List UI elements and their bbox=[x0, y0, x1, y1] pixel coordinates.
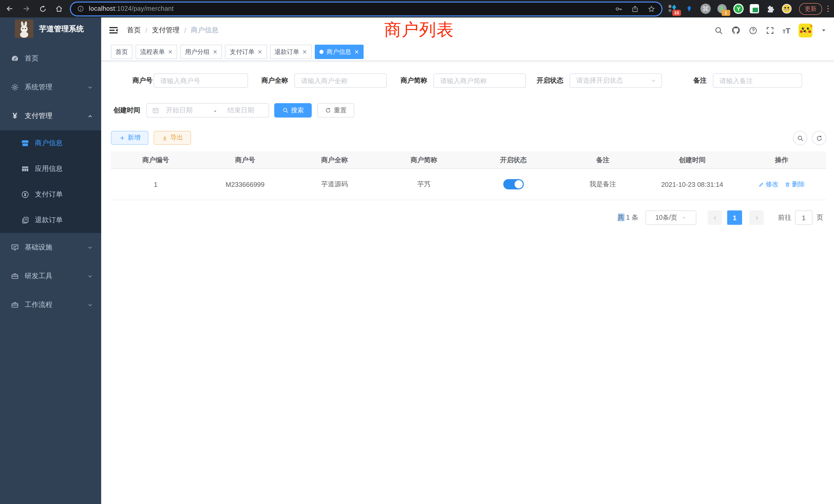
sidebar-toggle-hamburger-icon[interactable] bbox=[108, 25, 119, 36]
merchant-name-input[interactable] bbox=[294, 73, 387, 88]
tab-label: 商户信息 bbox=[327, 47, 351, 56]
reset-button[interactable]: 重置 bbox=[317, 103, 354, 117]
export-button[interactable]: 导出 bbox=[154, 131, 191, 145]
site-info-icon[interactable] bbox=[77, 5, 84, 12]
browser-reload-button[interactable] bbox=[36, 2, 49, 16]
extension-recorder-icon[interactable]: 1 bbox=[717, 4, 727, 14]
tab-user-group[interactable]: 用户分组✕ bbox=[180, 45, 222, 59]
sidebar-item-label: 退款订单 bbox=[35, 215, 63, 225]
sidebar-item-pay[interactable]: ¥ 支付管理 bbox=[0, 101, 101, 130]
status-toggle[interactable] bbox=[503, 179, 524, 189]
remark-input[interactable] bbox=[713, 73, 802, 88]
pagination-total: 共 1 条 bbox=[617, 213, 638, 222]
header-search-icon[interactable] bbox=[714, 26, 723, 35]
sidebar-item-refund-order[interactable]: 退款订单 bbox=[0, 207, 101, 233]
extensions-puzzle-icon[interactable] bbox=[765, 4, 775, 14]
browser-update-button[interactable]: 更新 bbox=[799, 3, 822, 15]
address-bar[interactable]: localhost:1024/pay/merchant bbox=[71, 2, 661, 15]
sidebar-item-system[interactable]: 系统管理 bbox=[0, 73, 101, 101]
dashboard-icon bbox=[11, 54, 19, 63]
merchant-short-input[interactable] bbox=[434, 73, 526, 88]
browser-profile-avatar[interactable] bbox=[782, 4, 792, 14]
sidebar-item-home[interactable]: 首页 bbox=[0, 44, 101, 73]
caret-down-icon[interactable] bbox=[821, 27, 827, 33]
chevron-down-icon bbox=[86, 245, 94, 250]
merchant-name-label: 商户全称 bbox=[242, 73, 288, 88]
sidebar-item-infra[interactable]: 基础设施 bbox=[0, 233, 101, 262]
chevron-down-icon bbox=[86, 273, 94, 279]
help-icon[interactable] bbox=[748, 26, 757, 35]
sidebar-item-label: 支付订单 bbox=[35, 190, 63, 199]
sidebar-item-dev-tools[interactable]: 研发工具 bbox=[0, 262, 101, 291]
browser-forward-button[interactable] bbox=[20, 2, 33, 16]
tab-close-icon[interactable]: ✕ bbox=[213, 48, 217, 55]
tab-process-form[interactable]: 流程表单✕ bbox=[136, 45, 177, 59]
user-avatar[interactable] bbox=[798, 23, 812, 37]
sidebar-item-workflow[interactable]: 工作流程 bbox=[0, 291, 101, 319]
refresh-table-button[interactable] bbox=[812, 131, 826, 145]
add-button[interactable]: 新增 bbox=[111, 131, 148, 145]
browser-menu-icon[interactable] bbox=[827, 5, 829, 12]
pagination-total-count: 1 bbox=[624, 213, 632, 221]
sidebar-item-label: 应用信息 bbox=[35, 164, 63, 174]
extension-y-icon[interactable]: Y bbox=[733, 4, 744, 14]
tab-pay-order[interactable]: 支付订单✕ bbox=[225, 45, 267, 59]
breadcrumb-item[interactable]: 首页 bbox=[127, 26, 141, 35]
tab-close-icon[interactable]: ✕ bbox=[168, 48, 173, 55]
sidebar-item-label: 工作流程 bbox=[25, 300, 52, 310]
calendar-icon bbox=[152, 107, 159, 114]
tab-label: 用户分组 bbox=[185, 47, 210, 56]
sidebar: 芋道管理系统 首页 系统管理 ¥ 支付管理 商户信息 bbox=[0, 18, 101, 504]
status-select[interactable]: 请选择开启状态 bbox=[570, 73, 662, 88]
tab-close-icon[interactable]: ✕ bbox=[354, 48, 359, 55]
annotation-title: 商户列表 bbox=[384, 19, 454, 42]
edit-link[interactable]: 修改 bbox=[759, 180, 778, 189]
search-icon bbox=[282, 107, 288, 113]
delete-link[interactable]: 删除 bbox=[785, 180, 805, 189]
extension-grid-icon[interactable]: 10 bbox=[667, 4, 678, 14]
sidebar-item-pay-order[interactable]: 支付订单 bbox=[0, 182, 101, 207]
search-button[interactable]: 搜索 bbox=[274, 103, 312, 117]
password-key-icon[interactable] bbox=[615, 5, 622, 13]
extension-gem-icon[interactable] bbox=[684, 4, 694, 14]
add-button-label: 新增 bbox=[128, 134, 140, 142]
fullscreen-icon[interactable] bbox=[765, 26, 774, 35]
tab-close-icon[interactable]: ✕ bbox=[302, 48, 307, 55]
share-icon[interactable] bbox=[631, 5, 639, 13]
chevron-down-icon bbox=[86, 85, 94, 90]
extension-chat-icon[interactable] bbox=[750, 4, 759, 13]
delete-link-label: 删除 bbox=[792, 180, 805, 189]
active-tab-dot bbox=[320, 50, 324, 54]
tab-home[interactable]: 首页 bbox=[111, 45, 132, 59]
tab-label: 支付订单 bbox=[230, 47, 255, 56]
tab-refund-order[interactable]: 退款订单✕ bbox=[270, 45, 311, 59]
browser-back-button[interactable] bbox=[3, 2, 17, 16]
page-1-button[interactable]: 1 bbox=[727, 210, 742, 225]
tab-merchant-info[interactable]: 商户信息✕ bbox=[315, 45, 364, 59]
tab-close-icon[interactable]: ✕ bbox=[258, 48, 262, 55]
sidebar-item-merchant-info[interactable]: 商户信息 bbox=[0, 130, 101, 156]
toolbox-icon bbox=[11, 301, 19, 309]
cell-short-name: 芋艿 bbox=[379, 180, 468, 189]
prev-page-button[interactable] bbox=[708, 210, 722, 225]
edit-pencil-icon bbox=[759, 181, 764, 187]
sidebar-item-label: 首页 bbox=[25, 54, 39, 63]
tab-label: 首页 bbox=[115, 47, 128, 56]
next-page-button[interactable] bbox=[749, 210, 764, 225]
sidebar-item-app-info[interactable]: 应用信息 bbox=[0, 156, 101, 182]
pagination-total-suffix: 条 bbox=[632, 213, 638, 221]
goto-page-input[interactable] bbox=[795, 210, 812, 225]
create-time-range-picker[interactable]: 开始日期 - 结束日期 bbox=[146, 103, 269, 117]
extension-command-icon[interactable] bbox=[701, 4, 711, 14]
app-logo-row[interactable]: 芋道管理系统 bbox=[0, 18, 101, 40]
font-size-icon[interactable]: TT bbox=[783, 26, 790, 35]
merchant-no-input[interactable] bbox=[154, 73, 248, 88]
browser-home-button[interactable] bbox=[52, 2, 66, 16]
github-icon[interactable] bbox=[731, 26, 740, 35]
bookmark-star-icon[interactable] bbox=[648, 5, 655, 13]
breadcrumb-item[interactable]: 支付管理 bbox=[152, 26, 180, 35]
breadcrumb-separator: / bbox=[145, 26, 147, 34]
trash-icon bbox=[785, 181, 790, 187]
page-size-select[interactable]: 10条/页 bbox=[645, 210, 696, 225]
show-search-toggle-button[interactable] bbox=[793, 131, 807, 145]
